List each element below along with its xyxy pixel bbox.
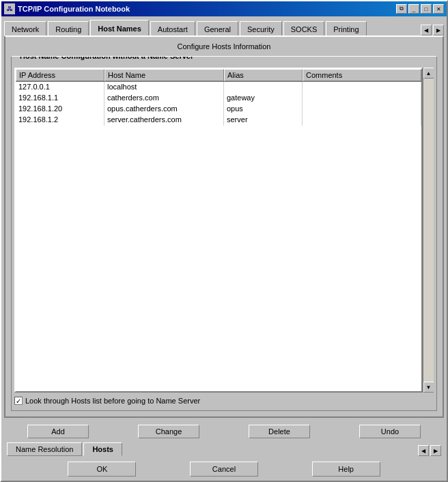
tab-socks[interactable]: SOCKS bbox=[283, 21, 325, 36]
window-icon: 🖧 bbox=[4, 3, 15, 14]
action-buttons-row: Add Change Delete Undo bbox=[1, 421, 447, 442]
cell-comments-2 bbox=[303, 104, 421, 115]
cell-alias-0 bbox=[224, 82, 303, 93]
title-bar: 🖧 TCP/IP Configuration Notebook ⧉ _ □ ✕ bbox=[1, 1, 447, 16]
bottom-tab-scroll-left[interactable]: ◀ bbox=[418, 445, 429, 456]
col-alias: Alias bbox=[224, 69, 303, 81]
content-area: Configure Hosts Information Host Name Co… bbox=[4, 36, 444, 418]
bottom-tab-scroll-right[interactable]: ▶ bbox=[430, 445, 441, 456]
tab-hosts[interactable]: Hosts bbox=[83, 442, 122, 456]
cell-hostname-2: opus.catherders.com bbox=[104, 104, 224, 115]
cell-comments-3 bbox=[303, 115, 421, 126]
cell-alias-1: gateway bbox=[224, 93, 303, 104]
tab-security[interactable]: Security bbox=[240, 21, 282, 36]
cell-comments-0 bbox=[303, 82, 421, 93]
table-row[interactable]: 192.168.1.20 opus.catherders.com opus bbox=[16, 104, 421, 115]
tab-hostnames[interactable]: Host Names bbox=[90, 20, 149, 36]
table-row[interactable]: 192.168.1.2 server.catherders.com server bbox=[16, 115, 421, 126]
bottom-tabs: Name Resolution Hosts bbox=[7, 442, 122, 456]
help-button[interactable]: Help bbox=[312, 462, 380, 477]
tab-routing[interactable]: Routing bbox=[48, 21, 89, 36]
undo-button[interactable]: Undo bbox=[359, 425, 421, 438]
tab-name-resolution[interactable]: Name Resolution bbox=[7, 442, 82, 456]
table-with-scroll: IP Address Host Name Alias Comments 127.… bbox=[14, 68, 434, 393]
delete-button[interactable]: Delete bbox=[249, 425, 310, 438]
table-header: IP Address Host Name Alias Comments bbox=[16, 69, 421, 82]
checkbox-label: Look through Hosts list before going to … bbox=[25, 397, 200, 405]
cell-alias-2: opus bbox=[224, 104, 303, 115]
bottom-tab-scroll: ◀ ▶ bbox=[418, 445, 441, 456]
cell-hostname-0: localhost bbox=[104, 82, 224, 93]
tab-scroll-left[interactable]: ◀ bbox=[421, 25, 432, 36]
tab-autostart[interactable]: Autostart bbox=[150, 21, 195, 36]
cell-hostname-3: server.catherders.com bbox=[104, 115, 224, 126]
scroll-track[interactable] bbox=[423, 79, 434, 382]
ok-button[interactable]: OK bbox=[68, 462, 136, 477]
cancel-button[interactable]: Cancel bbox=[190, 462, 258, 477]
tab-scroll-controls: ◀ ▶ bbox=[421, 25, 444, 36]
table-row[interactable]: 127.0.0.1 localhost bbox=[16, 82, 421, 93]
tabs-row: Network Routing Host Names Autostart Gen… bbox=[1, 16, 447, 36]
cell-ip-2: 192.168.1.20 bbox=[16, 104, 104, 115]
main-window: 🖧 TCP/IP Configuration Notebook ⧉ _ □ ✕ … bbox=[0, 0, 448, 482]
cell-ip-1: 192.168.1.1 bbox=[16, 93, 104, 104]
tab-printing[interactable]: Printing bbox=[326, 21, 366, 36]
col-comments: Comments bbox=[303, 69, 421, 81]
cell-ip-3: 192.168.1.2 bbox=[16, 115, 104, 126]
table-row[interactable]: 192.168.1.1 catherders.com gateway bbox=[16, 93, 421, 104]
page-subtitle: Configure Hosts Information bbox=[11, 42, 437, 51]
bottom-tabs-row: Name Resolution Hosts ◀ ▶ bbox=[4, 442, 444, 456]
group-box-label: Host Name Configuration without a Name S… bbox=[17, 56, 196, 60]
add-button[interactable]: Add bbox=[27, 425, 89, 438]
copy-icon[interactable]: ⧉ bbox=[396, 4, 407, 14]
tab-scroll-right[interactable]: ▶ bbox=[433, 25, 444, 36]
cell-comments-1 bbox=[303, 93, 421, 104]
tab-general[interactable]: General bbox=[197, 21, 238, 36]
scroll-down-button[interactable]: ▼ bbox=[423, 382, 434, 393]
cell-alias-3: server bbox=[224, 115, 303, 126]
window-controls: ⧉ _ □ ✕ bbox=[396, 4, 444, 14]
cell-hostname-1: catherders.com bbox=[104, 93, 224, 104]
maximize-button[interactable]: □ bbox=[421, 4, 432, 14]
tab-network[interactable]: Network bbox=[4, 21, 46, 36]
table-body: 127.0.0.1 localhost 192.168.1.1 catherde… bbox=[16, 82, 421, 391]
col-hostname: Host Name bbox=[104, 69, 224, 81]
checkbox-row: ✓ Look through Hosts list before going t… bbox=[14, 397, 434, 405]
col-ip: IP Address bbox=[16, 69, 104, 81]
cell-ip-0: 127.0.0.1 bbox=[16, 82, 104, 93]
look-through-hosts-checkbox[interactable]: ✓ bbox=[14, 397, 23, 405]
scroll-up-button[interactable]: ▲ bbox=[423, 68, 434, 79]
close-button[interactable]: ✕ bbox=[433, 4, 444, 14]
footer-buttons-row: OK Cancel Help bbox=[1, 457, 447, 481]
window-title: TCP/IP Configuration Notebook bbox=[18, 5, 130, 13]
group-box: Host Name Configuration without a Name S… bbox=[11, 56, 437, 411]
change-button[interactable]: Change bbox=[138, 425, 199, 438]
table-scrollbar: ▲ ▼ bbox=[423, 68, 434, 393]
minimize-button[interactable]: _ bbox=[408, 4, 419, 14]
hosts-table: IP Address Host Name Alias Comments 127.… bbox=[14, 68, 423, 393]
